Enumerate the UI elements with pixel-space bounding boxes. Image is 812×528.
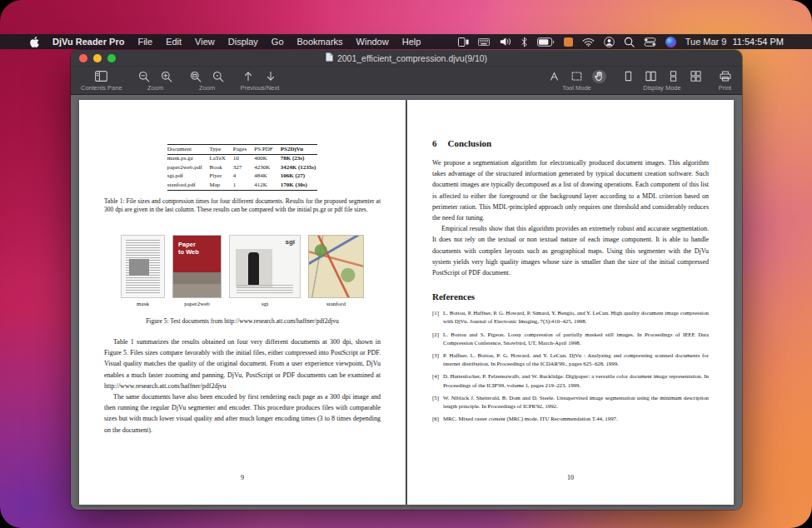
contents-pane-button[interactable] [94,70,108,83]
search-icon[interactable] [624,37,635,47]
print-label: Print [719,84,731,92]
zoom-group-b: Zoom [189,69,226,92]
bluetooth-icon[interactable] [521,37,528,47]
table-row: stanford.pdfMap1412K170K (30s) [167,181,318,190]
window-titlebar[interactable]: 2001_efficient_compression.djvu(9/10) [71,50,742,67]
marquee-select-tool-button[interactable] [570,70,584,83]
previous-next-label: Previous/Next [241,84,280,92]
reference-item: [1] L. Bottou, P. Haffner, P. G. Howard,… [432,309,709,326]
col-type: Type [209,145,232,155]
sgi-bottle-shape [248,252,259,286]
clock-time: 11:54:54 PM [732,37,784,47]
references-list: [1] L. Bottou, P. Haffner, P. G. Howard,… [432,309,709,423]
zoom-out-button[interactable] [137,70,152,83]
table-header-row: Document Type Pages PS/PDF PS2DjVu [167,145,318,155]
next-page-button[interactable] [264,70,278,83]
menu-view[interactable]: View [195,37,215,47]
previous-page-button[interactable] [242,70,256,83]
sgi-text-lines [237,285,293,293]
sgi-thumbnail: sgi [229,235,301,298]
display-mode-group: Display Mode [621,69,703,92]
section-heading: 6 Conclusion [432,100,709,148]
single-page-mode-button[interactable] [621,70,635,83]
zoom-group-a: Zoom [137,69,174,92]
menu-window[interactable]: Window [356,37,389,47]
print-button[interactable] [718,70,732,83]
menu-bookmarks[interactable]: Bookmarks [297,37,343,47]
zoom-a-label: Zoom [147,84,163,92]
apple-menu[interactable] [30,37,39,47]
table-row: mask.ps.gzLaTeX10400K78K (23s) [167,154,318,163]
paper2web-thumbnail: Paper to Web [172,235,222,298]
control-center-icon[interactable] [644,37,656,47]
tool-mode-group: Tool Mode [547,69,606,92]
figure-5: mask Paper to Web paper2web [104,235,381,307]
volume-icon[interactable] [499,37,511,47]
facing-continuous-mode-button[interactable] [689,70,703,83]
close-button[interactable] [79,54,87,62]
print-group: Print [718,69,732,92]
display-bezel: DjVu Reader Pro File Edit View Display G… [0,0,812,528]
menu-go[interactable]: Go [271,37,284,47]
menu-bar: DjVu Reader Pro File Edit View Display G… [0,34,812,49]
table-row: paper2web.pdfBook3274230K3424K (1235s) [167,163,318,172]
figure-label: mask [137,301,149,307]
minimize-button[interactable] [93,54,102,62]
reference-item: [6] MRC. Mixed raster content (MRC) mode… [432,415,709,423]
col-pages: Pages [233,145,254,155]
page-number: 10 [432,474,709,481]
document-scroll-area[interactable]: Document Type Pages PS/PDF PS2DjVu [71,95,742,510]
reference-item: [3] P. Haffner, L. Bottou, P. G. Howard,… [432,351,709,368]
figure-mask: mask [121,235,165,307]
siri-icon[interactable] [665,37,676,47]
menu-help[interactable]: Help [402,37,421,47]
figure-stanford: stanford [308,235,364,307]
display-mode-label: Display Mode [643,84,680,92]
paragraph: Empirical results show that this algorit… [432,223,709,278]
facing-pages-mode-button[interactable] [644,70,658,83]
table-caption: Table 1: File sizes and compression time… [104,197,381,214]
text-select-tool-button[interactable] [547,70,561,83]
keyboard-icon[interactable] [478,38,490,46]
paragraph: The same documents have also been encode… [104,391,381,436]
contents-pane-label: Contents Pane [81,84,122,92]
page-10: 6 Conclusion We propose a segmentation a… [407,100,734,505]
zoom-window-button[interactable] [107,54,116,62]
app-menu-title[interactable]: DjVu Reader Pro [52,37,124,47]
menu-file[interactable]: File [137,37,152,47]
zoom-actual-size-button[interactable] [212,70,226,83]
menu-display[interactable]: Display [228,37,258,47]
tool-mode-label: Tool Mode [562,84,591,92]
battery-icon[interactable] [537,37,555,47]
menu-bar-clock[interactable]: Tue Mar 9 11:54:54 PM [685,37,784,47]
reference-item: [2] L. Bottou and S. Pigeon. Lossy compr… [432,331,709,347]
mask-thumbnail [121,235,165,298]
figure-sgi: sgi sgi [229,235,301,307]
user-account-icon[interactable] [604,37,615,47]
zoom-fit-button[interactable] [189,70,203,83]
desktop-wallpaper: DjVu Reader Pro File Edit View Display G… [0,0,812,528]
col-pspdf: PS/PDF [254,145,281,155]
col-document: Document [167,145,210,155]
window-toolbar: Contents Pane Zoom [71,67,742,95]
table-row: sgi.pdfFlyer4484K106K (27) [167,172,318,182]
zoom-in-button[interactable] [160,70,174,83]
zoom-b-label: Zoom [199,84,215,92]
tiles-icon[interactable] [458,37,469,47]
section-title: Conclusion [448,138,492,148]
document-proxy-icon[interactable] [326,52,333,63]
references-heading: References [432,291,709,301]
menu-bar-menus: DjVu Reader Pro File Edit View Display G… [30,37,421,47]
contents-pane-group: Contents Pane [81,69,122,92]
clock-date: Tue Mar 9 [685,37,727,47]
hand-tool-button[interactable] [592,70,606,83]
menu-bar-status: Tue Mar 9 11:54:54 PM [458,37,784,47]
window-title: 2001_efficient_compression.djvu(9/10) [337,53,487,63]
continuous-mode-button[interactable] [666,70,680,83]
wifi-icon[interactable] [582,37,595,47]
traffic-lights [79,50,116,66]
menu-edit[interactable]: Edit [166,37,182,47]
previous-next-group: Previous/Next [241,69,280,92]
stanford-map-thumbnail [308,235,364,298]
app-badge-icon[interactable] [564,37,573,47]
